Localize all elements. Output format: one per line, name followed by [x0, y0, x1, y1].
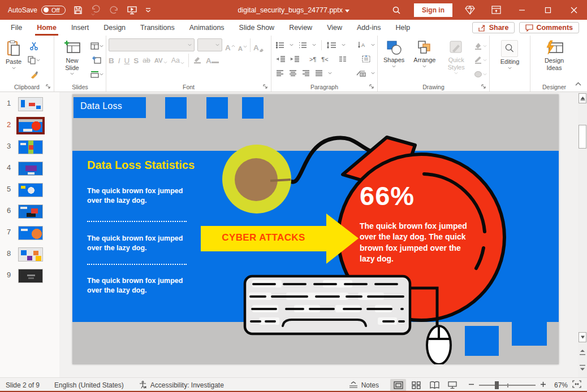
status-bar: Slide 2 of 9 English (United States) Acc…: [0, 377, 587, 392]
arrow-label[interactable]: CYBER ATTACKS: [201, 232, 326, 243]
tab-view[interactable]: View: [320, 20, 349, 36]
slide-title-label[interactable]: Data Loss: [80, 101, 122, 111]
zoom-in-button[interactable]: [540, 381, 546, 389]
minimize-button[interactable]: [509, 0, 535, 20]
cut-button[interactable]: [27, 40, 41, 52]
zoom-out-button[interactable]: [468, 381, 474, 389]
share-button[interactable]: Share: [472, 22, 515, 33]
format-painter-button[interactable]: [27, 68, 41, 80]
notes-icon: [349, 381, 358, 389]
zoom-slider-handle[interactable]: [495, 381, 499, 389]
slide-thumbnail-9[interactable]: [18, 269, 43, 283]
zoom-level[interactable]: 67%: [551, 381, 568, 389]
decrease-indent-button[interactable]: [276, 56, 285, 62]
editing-button[interactable]: Editing: [497, 38, 523, 82]
zoom-slider[interactable]: [479, 381, 536, 389]
close-button[interactable]: [561, 0, 587, 20]
tab-transitions[interactable]: Transitions: [133, 20, 182, 36]
columns-button[interactable]: [339, 56, 347, 62]
paragraph-dialog-launcher[interactable]: [369, 83, 374, 90]
arrange-button[interactable]: Arrange: [410, 38, 439, 82]
tab-design[interactable]: Design: [96, 20, 133, 36]
slide-artwork[interactable]: [72, 94, 559, 364]
slideshow-view-button[interactable]: [444, 379, 460, 391]
body-paragraph-3[interactable]: The quick brown fox jumped over the lazy…: [87, 276, 192, 295]
slide-indicator[interactable]: Slide 2 of 9: [6, 381, 40, 389]
smartart-button[interactable]: [356, 69, 366, 77]
tab-home[interactable]: Home: [29, 20, 64, 36]
section-button[interactable]: [90, 68, 103, 80]
language-indicator[interactable]: English (United States): [54, 381, 124, 389]
start-slideshow-icon[interactable]: [127, 6, 137, 15]
numbering-button[interactable]: [299, 42, 307, 49]
customize-qat-icon[interactable]: [145, 8, 151, 12]
drawing-dialog-launcher[interactable]: [481, 83, 486, 90]
fit-slide-button[interactable]: [572, 380, 581, 390]
tab-animations[interactable]: Animations: [182, 20, 232, 36]
align-center-button[interactable]: [289, 70, 297, 76]
document-title[interactable]: digital_security_bugs_24777.pptx: [238, 6, 343, 14]
slide-thumbnail-3[interactable]: [18, 140, 43, 154]
justify-button[interactable]: [315, 70, 323, 76]
maximize-button[interactable]: [535, 0, 561, 20]
slide-layout-button[interactable]: [90, 40, 103, 52]
align-left-button[interactable]: [276, 70, 284, 76]
scroll-down-button[interactable]: [579, 332, 586, 342]
paste-button[interactable]: Paste: [2, 38, 25, 82]
body-paragraph-1[interactable]: The quick brown fox jumped over the lazy…: [87, 186, 192, 205]
right-to-left-button[interactable]: ¶<: [321, 56, 328, 63]
reset-slide-button[interactable]: [90, 54, 103, 66]
line-spacing-button[interactable]: [327, 42, 336, 49]
clipboard-dialog-launcher[interactable]: [46, 83, 50, 90]
gem-icon[interactable]: [457, 0, 483, 20]
slide-thumbnail-7[interactable]: [18, 226, 43, 240]
stat-text[interactable]: The quick brown fox jumped over the lazy…: [360, 221, 476, 264]
slide-thumbnail-2[interactable]: [18, 119, 43, 133]
reading-view-button[interactable]: [426, 379, 442, 391]
slide-editor[interactable]: Data Loss Data Loss Statistics The quick…: [72, 94, 559, 364]
tab-insert[interactable]: Insert: [64, 20, 96, 36]
shapes-button[interactable]: Shapes: [380, 38, 408, 82]
tab-file[interactable]: File: [3, 20, 29, 36]
bullets-button[interactable]: [276, 42, 284, 49]
align-right-button[interactable]: [302, 70, 310, 76]
next-slide-button[interactable]: [580, 363, 585, 373]
comments-button[interactable]: Comments: [519, 22, 579, 33]
accessibility-checker[interactable]: Accessibility: Investigate: [139, 381, 224, 389]
save-icon[interactable]: [74, 6, 83, 15]
tab-help[interactable]: Help: [388, 20, 417, 36]
slide-sorter-view-button[interactable]: [408, 379, 424, 391]
copy-button[interactable]: [27, 54, 41, 66]
previous-slide-button[interactable]: [580, 347, 585, 358]
slide-thumbnail-6[interactable]: [18, 204, 43, 219]
left-to-right-button[interactable]: >¶: [309, 56, 316, 63]
stat-value[interactable]: 66%: [360, 180, 415, 211]
scrollbar-thumb[interactable]: [579, 125, 586, 149]
increase-indent-button[interactable]: [290, 56, 299, 62]
autosave-toggle[interactable]: AutoSave Off: [8, 6, 66, 15]
notes-button[interactable]: Notes: [346, 380, 382, 390]
autosave-toggle-dot: [44, 7, 49, 12]
align-text-button[interactable]: [362, 55, 370, 63]
slide-thumbnail-5[interactable]: [18, 183, 43, 197]
tab-add-ins[interactable]: Add-ins: [349, 20, 388, 36]
design-ideas-button[interactable]: Design Ideas: [533, 38, 576, 82]
character-spacing-button: AV: [154, 57, 167, 64]
collapse-ribbon-icon[interactable]: [575, 78, 581, 88]
body-paragraph-2[interactable]: The quick brown fox jumped over the lazy…: [87, 234, 192, 252]
font-dialog-launcher[interactable]: [263, 83, 267, 90]
normal-view-button[interactable]: [390, 379, 406, 391]
tab-review[interactable]: Review: [282, 20, 320, 36]
new-slide-button[interactable]: New Slide: [57, 38, 88, 82]
slide-thumbnail-8[interactable]: [18, 247, 43, 262]
ribbon-display-options-icon[interactable]: [483, 0, 509, 20]
slide-thumbnail-1[interactable]: [18, 97, 43, 111]
search-icon[interactable]: [383, 0, 409, 20]
sign-in-button[interactable]: Sign in: [414, 3, 452, 17]
tab-slide-show[interactable]: Slide Show: [232, 20, 282, 36]
text-direction-button[interactable]: A: [357, 41, 366, 49]
editing-icon: [501, 40, 518, 57]
slide-heading[interactable]: Data Loss Statistics: [87, 159, 195, 172]
scroll-up-button[interactable]: [579, 93, 586, 103]
slide-thumbnail-4[interactable]: [18, 162, 43, 176]
